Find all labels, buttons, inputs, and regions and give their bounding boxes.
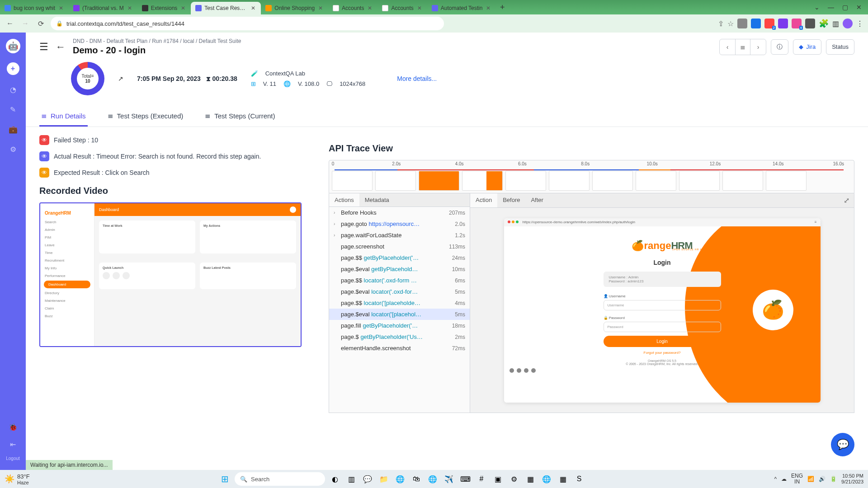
tab-after[interactable]: After [525, 193, 548, 207]
store-icon[interactable]: 🛍 [410, 473, 423, 485]
action-row[interactable]: ›Before Hooks 207ms [329, 207, 470, 218]
result-list-button[interactable]: ≣ [735, 39, 750, 55]
extensions-menu-icon[interactable]: 🧩 [819, 19, 829, 28]
tab-actions[interactable]: Actions [329, 193, 359, 206]
address-bar[interactable]: 🔒 trial.contextqa.com/td/test_case_resul… [51, 17, 444, 30]
intercom-launcher[interactable]: 💬 [831, 433, 854, 456]
action-row[interactable]: ›page.waitForLoadState 1.2s [329, 230, 470, 241]
slack-icon[interactable]: # [475, 473, 488, 485]
clock[interactable]: 10:50 PM9/21/2023 [841, 473, 863, 485]
browser-tab[interactable]: bug icon svg whit✕ [0, 2, 69, 14]
info-button[interactable]: ⓘ [771, 39, 788, 55]
action-row[interactable]: page.$ getByPlaceholder('Us…2ms [329, 331, 470, 343]
browser-tab[interactable]: Online Shopping✕ [261, 2, 328, 14]
jira-button[interactable]: ◆ Jira [793, 39, 821, 55]
close-icon[interactable]: ✕ [485, 5, 491, 11]
close-icon[interactable]: ✕ [58, 5, 64, 11]
wifi-icon[interactable]: 📶 [807, 476, 814, 482]
action-row[interactable]: page.$eval locator('[placehol…5ms [329, 309, 470, 320]
taskbar-search[interactable]: 🔍 Search [235, 472, 325, 486]
terminal-icon[interactable]: ▣ [491, 473, 504, 485]
bookmark-icon[interactable]: ☆ [727, 19, 734, 28]
settings-icon[interactable]: ⚙ [508, 473, 520, 485]
browser-tab[interactable]: (Traditional vs. M✕ [69, 2, 137, 14]
battery-icon[interactable]: 🔋 [830, 476, 837, 482]
maximize-icon[interactable]: ▢ [842, 4, 848, 11]
task-view-icon[interactable]: ▥ [345, 473, 358, 485]
copilot-icon[interactable]: ◐ [329, 473, 341, 485]
explorer-icon[interactable]: 📁 [377, 473, 390, 485]
reload-button[interactable]: ⟳ [35, 18, 46, 29]
tab-run-details[interactable]: ≣ Run Details [39, 106, 88, 127]
edge-icon[interactable]: 🌐 [394, 473, 406, 485]
back-button[interactable]: ← [5, 18, 15, 29]
close-icon[interactable]: ✕ [367, 5, 373, 11]
dashboard-icon[interactable]: ◔ [8, 84, 19, 95]
forward-button[interactable]: → [20, 18, 31, 29]
popout-icon[interactable]: ⤢ [839, 193, 854, 207]
skype-icon[interactable]: S [573, 473, 585, 485]
extension-icon[interactable] [751, 19, 761, 28]
close-icon[interactable]: ✕ [250, 5, 256, 11]
volume-icon[interactable]: 🔊 [819, 476, 826, 482]
share-icon[interactable]: ⇪ [718, 19, 724, 28]
action-row[interactable]: page.$$ getByPlaceholder('…24ms [329, 252, 470, 263]
extension-icon[interactable]: 2 [764, 19, 774, 28]
chrome-icon[interactable]: 🌐 [426, 473, 439, 485]
browser-tab[interactable]: Accounts✕ [328, 2, 377, 14]
system-tray[interactable]: ^ ☁ ENGIN 📶 🔊 🔋 10:50 PM9/21/2023 [774, 473, 863, 485]
close-window-icon[interactable]: ✕ [856, 4, 862, 11]
close-icon[interactable]: ✕ [317, 5, 324, 11]
action-row[interactable]: page.fill getByPlaceholder('…18ms [329, 320, 470, 331]
browser-tab[interactable]: Automated Testin✕ [427, 2, 496, 14]
logout-icon[interactable]: ⇤ [8, 439, 19, 450]
trace-timeline[interactable]: 0 2.0s 4.0s 6.0s 8.0s 10.0s 12.0s 14.0s … [329, 160, 854, 193]
action-row[interactable]: page.screenshot 113ms [329, 241, 470, 252]
action-row[interactable]: page.$$ locator('[placeholde…4ms [329, 297, 470, 309]
telegram-icon[interactable]: ✈️ [443, 473, 455, 485]
tab-before[interactable]: Before [497, 193, 525, 207]
chrome-canary-icon[interactable]: 🌐 [540, 473, 553, 485]
tray-chevron-icon[interactable]: ^ [774, 476, 777, 482]
add-button[interactable]: + [7, 62, 19, 75]
weather-widget[interactable]: ☀️ 83°FHaze [5, 473, 30, 485]
close-icon[interactable]: ✕ [127, 5, 133, 11]
vscode-icon[interactable]: ⌨ [459, 473, 472, 485]
edit-icon[interactable]: ✎ [8, 104, 19, 115]
gear-icon[interactable]: ⚙ [8, 144, 19, 155]
extension-icon[interactable] [737, 19, 747, 28]
hamburger-icon[interactable]: ☰ [39, 41, 48, 53]
tab-test-steps-current[interactable]: ≣ Test Steps (Current) [203, 106, 277, 127]
more-details-link[interactable]: More details... [397, 75, 437, 82]
tab-metadata[interactable]: Metadata [359, 193, 395, 206]
action-row[interactable]: page.$eval locator('.oxd-for…5ms [329, 286, 470, 297]
chevron-down-icon[interactable]: ⌄ [814, 4, 820, 11]
close-icon[interactable]: ✕ [416, 5, 423, 11]
profile-avatar[interactable] [843, 19, 853, 28]
app-icon[interactable]: ▦ [557, 473, 569, 485]
app-logo[interactable]: 🤖 [6, 39, 20, 53]
app-icon[interactable]: ▦ [524, 473, 537, 485]
prev-result-button[interactable]: ‹ [720, 39, 735, 55]
close-icon[interactable]: ✕ [180, 5, 186, 11]
side-panel-icon[interactable]: ▥ [832, 19, 839, 28]
extension-icon[interactable] [778, 19, 788, 28]
teams-icon[interactable]: 💬 [361, 473, 374, 485]
tab-test-steps-executed[interactable]: ≣ Test Steps (Executed) [106, 106, 185, 127]
recorded-video[interactable]: OrangeHRM Search Admin PIM Leave Time Re… [39, 202, 302, 347]
action-row[interactable]: page.$$ locator('.oxd-form …6ms [329, 275, 470, 286]
browser-tab[interactable]: Extensions✕ [137, 2, 191, 14]
new-tab-button[interactable]: + [496, 3, 509, 12]
briefcase-icon[interactable]: 💼 [8, 124, 19, 135]
start-button[interactable]: ⊞ [218, 473, 231, 485]
onedrive-icon[interactable]: ☁ [781, 476, 787, 482]
extension-icon[interactable]: 4 [792, 19, 802, 28]
bug-icon[interactable]: 🐞 [8, 422, 19, 432]
extension-icon[interactable] [805, 19, 815, 28]
browser-tab-active[interactable]: Test Case Result D✕ [191, 2, 261, 14]
action-row[interactable]: ›page.goto https://opensourc…2.0s [329, 218, 470, 230]
minimize-icon[interactable]: — [828, 4, 834, 11]
kebab-menu-icon[interactable]: ⋮ [856, 19, 863, 28]
action-list[interactable]: ›Before Hooks 207ms›page.goto https://op… [329, 207, 470, 413]
action-row[interactable]: page.$eval getByPlacehold…10ms [329, 263, 470, 275]
